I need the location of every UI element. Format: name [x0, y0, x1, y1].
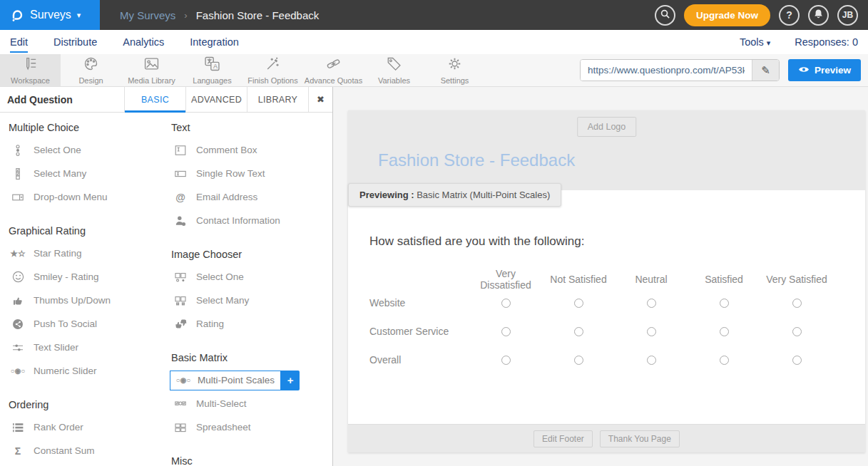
notifications-button[interactable]	[808, 5, 829, 26]
radio-customer-service-satisfied[interactable]	[720, 327, 729, 336]
radio-overall-very-satisfied[interactable]	[792, 356, 802, 365]
edit-url-button[interactable]: ✎	[752, 60, 779, 81]
radio-overall-very-dissatisfied[interactable]	[501, 356, 511, 365]
tab-basic[interactable]: BASIC	[124, 87, 185, 112]
spreadsheet-icon	[172, 422, 189, 433]
eye-icon	[798, 65, 810, 76]
img-rating-icon	[172, 318, 189, 330]
matrix-header-row: Very DissatisfiedNot SatisfiedNeutralSat…	[369, 270, 865, 289]
bell-icon	[813, 9, 824, 21]
tab-library[interactable]: LIBRARY	[247, 87, 308, 112]
question-type-rank-order[interactable]: Rank Order	[7, 415, 170, 439]
nav-item-analytics[interactable]: Analytics	[123, 31, 164, 53]
add-logo-button[interactable]: Add Logo	[577, 117, 637, 137]
radio-website-neutral[interactable]	[647, 299, 656, 308]
avatar[interactable]: JB	[837, 5, 858, 26]
question-type-select-many[interactable]: Select Many	[170, 289, 332, 312]
nav-item-integration[interactable]: Integration	[190, 31, 239, 53]
search-button[interactable]	[655, 5, 675, 26]
matrix-row-label: Website	[369, 297, 469, 309]
question-type-push-to-social[interactable]: Push To Social	[7, 312, 170, 336]
question-type-select-one[interactable]: Select One	[7, 138, 170, 162]
survey-title[interactable]: Fashion Store - Feedback	[378, 150, 575, 170]
toolbar-item-settings[interactable]: Settings	[424, 54, 485, 86]
responses-count[interactable]: Responses: 0	[795, 36, 858, 48]
upgrade-now-button[interactable]: Upgrade Now	[684, 4, 770, 26]
toolbar-item-languages[interactable]: ALanguages	[182, 54, 242, 86]
question-type-numeric-slider[interactable]: ○◉○Numeric Slider	[7, 359, 170, 383]
tab-advanced[interactable]: ADVANCED	[185, 87, 247, 112]
toolbar-item-design[interactable]: Design	[61, 54, 121, 86]
panel-title: Add Question	[0, 87, 124, 112]
edit-toolbar: WorkspaceDesignMedia LibraryALanguagesFi…	[0, 54, 868, 87]
question-type-multi-point-scales: ○◉○Multi-Point Scales+	[170, 368, 332, 392]
survey-preview-area: Add Logo Fashion Store - Feedback Previe…	[334, 87, 868, 466]
matrix-column-header: Neutral	[615, 274, 688, 285]
img-select-one-icon	[172, 271, 189, 283]
matrix-column-header: Not Satisfied	[542, 274, 615, 285]
question-type-spreadsheet[interactable]: Spreadsheet	[170, 415, 332, 439]
question-type-drop-down-menu[interactable]: Drop-down Menu	[7, 185, 170, 209]
radio-overall-not-satisfied[interactable]	[574, 356, 583, 365]
question-type-drag-and-drop[interactable]: Drag and Drop	[7, 462, 170, 466]
radio-website-very-dissatisfied[interactable]	[501, 299, 511, 308]
breadcrumb-parent[interactable]: My Surveys	[120, 9, 175, 21]
preview-button[interactable]: Preview	[788, 59, 861, 81]
question-type-email-address[interactable]: @Email Address	[170, 185, 332, 209]
toolbar-item-media-library[interactable]: Media Library	[121, 54, 182, 86]
toolbar-item-finish-options[interactable]: Finish Options	[242, 54, 303, 86]
radio-customer-service-very-satisfied[interactable]	[792, 327, 802, 336]
question-text: How satisfied are you with the following…	[369, 234, 865, 249]
matrix-row-customer-service: Customer Service	[369, 317, 865, 346]
question-type-comment-box[interactable]: Comment Box	[170, 138, 332, 162]
radio-website-very-satisfied[interactable]	[792, 299, 802, 308]
question-type-constant-sum[interactable]: ΣConstant Sum	[7, 439, 170, 462]
radio-customer-service-not-satisfied[interactable]	[574, 327, 583, 336]
radio-website-not-satisfied[interactable]	[574, 299, 583, 308]
section-title-image-chooser: Image Chooser	[171, 247, 332, 262]
brand-menu[interactable]: Surveys ▾	[0, 0, 100, 30]
question-type-multi-select[interactable]: Multi-Select	[170, 392, 332, 415]
section-title-basic-matrix: Basic Matrix	[171, 350, 332, 366]
multi-select-matrix-icon	[172, 398, 189, 410]
matrix-column-header: Very Satisfied	[760, 274, 833, 285]
workspace-icon	[23, 56, 38, 74]
matrix-question: Very DissatisfiedNot SatisfiedNeutralSat…	[369, 270, 865, 374]
question-type-contact-information[interactable]: Contact Information	[170, 209, 332, 232]
toolbar-item-variables[interactable]: Variables	[364, 54, 424, 86]
radio-overall-satisfied[interactable]	[720, 356, 729, 365]
selected-question-type[interactable]: ○◉○Multi-Point Scales	[170, 371, 281, 390]
close-panel-button[interactable]: ✖	[308, 87, 332, 112]
at-icon: @	[172, 192, 189, 203]
help-button[interactable]: ?	[779, 5, 800, 26]
question-type-single-row-text[interactable]: Single Row Text	[170, 162, 332, 185]
survey-url-input[interactable]	[581, 60, 752, 81]
breadcrumb-separator-icon: ›	[184, 10, 187, 21]
question-type-select-one[interactable]: Select One	[170, 265, 332, 289]
edit-footer-button[interactable]: Edit Footer	[533, 430, 593, 447]
radio-overall-neutral[interactable]	[647, 356, 656, 365]
contact-icon	[172, 215, 189, 227]
toolbar-item-workspace[interactable]: Workspace	[0, 54, 61, 86]
question-type-select-many[interactable]: Select Many	[7, 162, 170, 185]
settings-icon	[447, 56, 462, 74]
radio-website-satisfied[interactable]	[720, 299, 729, 308]
question-type-star-rating[interactable]: ★☆Star Rating	[7, 242, 170, 265]
question-type-rating[interactable]: Rating	[170, 312, 332, 336]
matrix-column-header: Satisfied	[688, 274, 760, 285]
radio-customer-service-neutral[interactable]	[647, 327, 656, 336]
question-type-text-slider[interactable]: Text Slider	[7, 336, 170, 359]
toolbar-item-advance-quotas[interactable]: Advance Quotas	[303, 54, 364, 86]
thank-you-page-button[interactable]: Thank You Page	[600, 430, 680, 447]
question-type-smiley-rating[interactable]: Smiley - Rating	[7, 265, 170, 289]
question-type-thumbs-up-down[interactable]: Thumbs Up/Down	[7, 289, 170, 312]
add-question-button[interactable]: +	[281, 371, 300, 390]
breadcrumb-current: Fashion Store - Feedback	[196, 9, 320, 21]
comment-box-icon	[172, 145, 189, 156]
nav-item-distribute[interactable]: Distribute	[53, 31, 97, 53]
nav-item-edit[interactable]: Edit	[10, 31, 28, 53]
radio-customer-service-very-dissatisfied[interactable]	[501, 327, 511, 336]
tools-menu[interactable]: Tools ▾	[740, 36, 770, 48]
matrix-column-header: Very Dissatisfied	[469, 268, 542, 291]
radio-list-icon	[9, 145, 26, 156]
